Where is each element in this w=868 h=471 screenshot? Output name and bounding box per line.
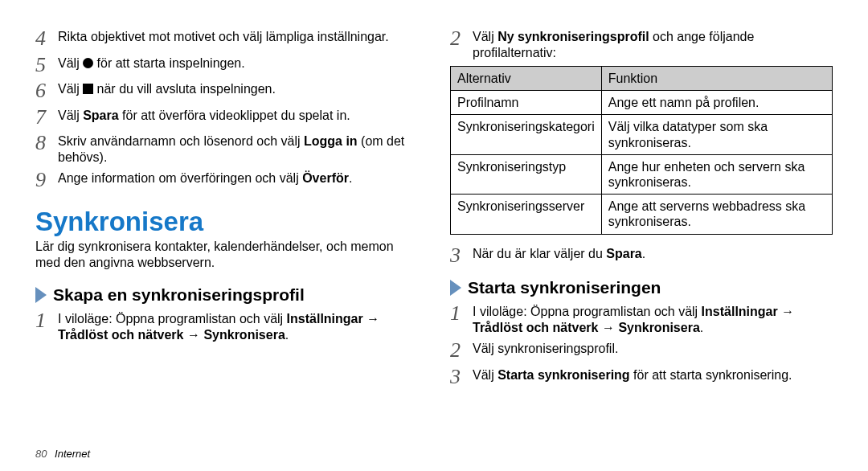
text-pre: Välj bbox=[473, 30, 497, 43]
cell-function: Ange hur enheten och servern ska synkron… bbox=[601, 154, 832, 194]
step-7: 7 Välj Spara för att överföra videoklipp… bbox=[35, 106, 418, 129]
step-number: 1 bbox=[35, 309, 58, 343]
bold-label: Inställningar bbox=[287, 312, 363, 326]
step-number: 8 bbox=[35, 132, 58, 166]
text-post: för att starta inspelningen. bbox=[93, 56, 245, 70]
th-alternativ: Alternativ bbox=[451, 67, 602, 91]
left-column: 4 Rikta objektivet mot motivet och välj … bbox=[35, 24, 434, 463]
section-lead: Lär dig synkronisera kontakter, kalender… bbox=[35, 239, 418, 271]
bold-label: Trådlöst och nätverk bbox=[473, 321, 599, 334]
options-table: Alternativ Funktion Profilnamn Ange ett … bbox=[450, 66, 833, 235]
step-text: Välj när du vill avsluta inspelningen. bbox=[58, 80, 418, 103]
step-text: Välj Ny synkroniseringsprofil och ange f… bbox=[473, 27, 833, 61]
step-number: 7 bbox=[35, 106, 58, 129]
cell-option: Synkroniseringsserver bbox=[451, 195, 602, 234]
step-text: Rikta objektivet mot motivet och välj lä… bbox=[58, 27, 418, 51]
start-step-3: 3 Välj Starta synkronisering för att sta… bbox=[450, 366, 833, 389]
step-text: Välj för att starta inspelningen. bbox=[58, 54, 418, 77]
cell-option: Synkroniseringstyp bbox=[451, 154, 602, 194]
table-row: Synkroniseringskategori Välj vilka datat… bbox=[451, 115, 833, 154]
text-post: . bbox=[700, 321, 703, 334]
subheader-label: Starta synkroniseringen bbox=[468, 278, 661, 297]
th-funktion: Funktion bbox=[601, 67, 832, 91]
create-step-3: 3 När du är klar väljer du Spara. bbox=[450, 244, 833, 268]
step-number: 5 bbox=[35, 54, 58, 77]
start-step-2: 2 Välj synkroniseringsprofil. bbox=[450, 339, 833, 362]
cell-function: Ange ett namn på profilen. bbox=[601, 91, 832, 115]
step-text: När du är klar väljer du Spara. bbox=[473, 244, 833, 268]
text-pre: Välj bbox=[58, 82, 83, 96]
step-text: Skriv användarnamn och lösenord och välj… bbox=[58, 132, 418, 166]
bold-label: Spara bbox=[606, 247, 641, 260]
text-pre: Välj bbox=[58, 56, 83, 70]
page-footer: 80 Internet bbox=[35, 448, 90, 460]
bold-label: Inställningar bbox=[702, 305, 778, 318]
text-pre: Välj bbox=[58, 109, 83, 122]
right-column: 2 Välj Ny synkroniseringsprofil och ange… bbox=[434, 24, 833, 463]
bold-label: Trådlöst och nätverk bbox=[58, 328, 184, 342]
start-step-1: 1 I viloläge: Öppna programlistan och vä… bbox=[450, 302, 833, 336]
bold-label: Synkronisera bbox=[618, 321, 699, 334]
chevron-right-icon bbox=[450, 280, 461, 296]
step-text: Välj synkroniseringsprofil. bbox=[473, 339, 833, 362]
step-4: 4 Rikta objektivet mot motivet och välj … bbox=[35, 27, 418, 51]
table-row: Synkroniseringstyp Ange hur enheten och … bbox=[451, 154, 833, 194]
table-header-row: Alternativ Funktion bbox=[451, 67, 833, 91]
subheader-start-sync: Starta synkroniseringen bbox=[450, 278, 833, 297]
manual-page: 4 Rikta objektivet mot motivet och välj … bbox=[0, 0, 868, 471]
step-text: I viloläge: Öppna programlistan och välj… bbox=[58, 309, 418, 343]
cell-option: Profilnamn bbox=[451, 91, 602, 115]
text-post: . bbox=[349, 171, 352, 185]
text-pre: Ange information om överföringen och väl… bbox=[58, 171, 302, 185]
create-step-2: 2 Välj Ny synkroniseringsprofil och ange… bbox=[450, 27, 833, 61]
text-post: för att överföra videoklippet du spelat … bbox=[119, 109, 350, 122]
subheader-create-profile: Skapa en synkroniseringsprofil bbox=[35, 285, 418, 305]
text-post: när du vill avsluta inspelningen. bbox=[93, 82, 276, 96]
text-post: . bbox=[285, 328, 289, 342]
step-number: 9 bbox=[35, 169, 58, 192]
text-post: för att starta synkronisering. bbox=[630, 368, 792, 382]
step-number: 6 bbox=[35, 80, 58, 103]
arrow: → bbox=[184, 328, 204, 342]
step-number: 3 bbox=[450, 366, 473, 389]
arrow: → bbox=[363, 312, 379, 326]
text-post: . bbox=[642, 247, 645, 260]
bold-label: Synkronisera bbox=[203, 328, 285, 342]
text-pre: Välj bbox=[473, 368, 497, 382]
arrow: → bbox=[778, 305, 794, 318]
step-6: 6 Välj när du vill avsluta inspelningen. bbox=[35, 80, 418, 103]
step-5: 5 Välj för att starta inspelningen. bbox=[35, 54, 418, 77]
bold-label: Spara bbox=[83, 109, 118, 122]
cell-function: Välj vilka datatyper som ska synkroniser… bbox=[601, 115, 832, 154]
section-title-synkronisera: Synkronisera bbox=[35, 207, 418, 237]
stop-square-icon bbox=[83, 84, 93, 94]
step-9: 9 Ange information om överföringen och v… bbox=[35, 169, 418, 192]
step-number: 1 bbox=[450, 302, 473, 336]
create-step-1: 1 I viloläge: Öppna programlistan och vä… bbox=[35, 309, 418, 343]
step-text: Ange information om överföringen och väl… bbox=[58, 169, 418, 192]
bold-label: Starta synkronisering bbox=[497, 368, 630, 382]
section-name: Internet bbox=[55, 448, 90, 460]
page-number: 80 bbox=[35, 448, 47, 460]
text-pre: När du är klar väljer du bbox=[473, 247, 606, 260]
step-number: 2 bbox=[450, 27, 473, 61]
step-text: Välj Starta synkronisering för att start… bbox=[473, 366, 833, 389]
text-pre: Skriv användarnamn och lösenord och välj bbox=[58, 134, 304, 148]
step-8: 8 Skriv användarnamn och lösenord och vä… bbox=[35, 132, 418, 166]
chevron-right-icon bbox=[35, 287, 47, 303]
cell-option: Synkroniseringskategori bbox=[451, 115, 602, 154]
step-text: Välj Spara för att överföra videoklippet… bbox=[58, 106, 418, 129]
table-row: Profilnamn Ange ett namn på profilen. bbox=[451, 91, 833, 115]
bold-label: Logga in bbox=[304, 134, 358, 148]
step-number: 4 bbox=[35, 27, 58, 51]
bold-label: Överför bbox=[302, 171, 349, 185]
arrow: → bbox=[599, 321, 619, 334]
bold-label: Ny synkroniseringsprofil bbox=[497, 30, 649, 43]
cell-function: Ange att serverns webbadress ska synkron… bbox=[601, 195, 832, 234]
step-text: I viloläge: Öppna programlistan och välj… bbox=[473, 302, 833, 336]
text-pre: I viloläge: Öppna programlistan och välj bbox=[473, 305, 702, 318]
table-row: Synkroniseringsserver Ange att serverns … bbox=[451, 195, 833, 234]
record-circle-icon bbox=[83, 58, 93, 68]
step-number: 2 bbox=[450, 339, 473, 362]
text-pre: I viloläge: Öppna programlistan och välj bbox=[58, 312, 287, 326]
